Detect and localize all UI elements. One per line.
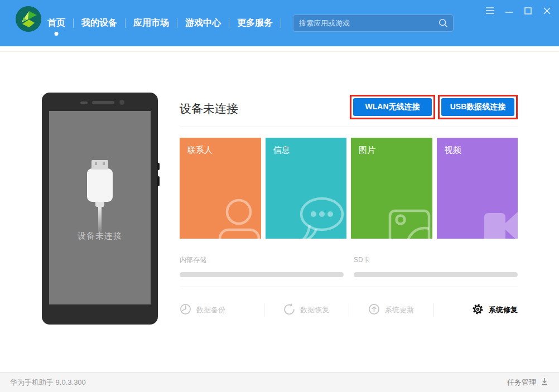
connect-buttons-row: WLAN无线连接 USB数据线连接 (350, 95, 518, 119)
window-controls (484, 6, 552, 16)
nav-item-home[interactable]: 首页 (47, 17, 73, 29)
download-icon (540, 377, 549, 388)
menu-icon[interactable] (484, 6, 495, 16)
videos-icon (471, 197, 518, 239)
action-label: 系统更新 (385, 305, 414, 315)
tile-label: 视频 (445, 145, 461, 156)
search-input[interactable] (293, 19, 438, 27)
sd-card-storage-bar (354, 272, 518, 277)
header-bar: 首页 我的设备 应用市场 游戏中心 更多服务 (0, 0, 559, 46)
tile-messages[interactable]: 信息 (266, 138, 347, 239)
page-title: 设备未连接 (180, 101, 238, 117)
status-bar: 华为手机助手 9.0.3.300 任务管理 (0, 372, 559, 392)
nav-item-label: 更多服务 (237, 18, 273, 27)
phone-screen: 设备未连接 (49, 111, 151, 304)
action-label: 系统修复 (489, 305, 518, 315)
tile-videos[interactable]: 视频 (437, 138, 518, 239)
tile-pictures[interactable]: 图片 (351, 138, 432, 239)
storage-label: SD卡 (354, 255, 518, 265)
category-tiles: 联系人 信息 图片 (180, 138, 518, 239)
quick-actions-row: 数据备份 数据恢复 系统更新 (180, 302, 518, 318)
nav-item-game-center[interactable]: 游戏中心 (177, 17, 229, 29)
phone-speaker (92, 101, 114, 104)
internal-storage: 内部存储 (180, 255, 344, 277)
hisuite-logo-icon[interactable] (16, 6, 41, 32)
nav-item-my-devices[interactable]: 我的设备 (74, 17, 125, 29)
action-label: 数据恢复 (300, 305, 329, 315)
sd-card-storage: SD卡 (354, 255, 518, 277)
nav-separator (281, 18, 281, 28)
usb-connect-button[interactable]: USB数据线连接 (441, 98, 514, 116)
task-manager-button[interactable]: 任务管理 (507, 377, 549, 388)
tile-label: 联系人 (187, 145, 213, 156)
active-tab-dot (55, 32, 59, 36)
nav-item-app-market[interactable]: 应用市场 (126, 17, 177, 29)
wlan-connect-button[interactable]: WLAN无线连接 (353, 98, 432, 116)
highlight-box: WLAN无线连接 (350, 95, 435, 119)
update-arrow-icon (368, 303, 380, 317)
phone-volume-button (157, 163, 160, 170)
phone-illustration: 设备未连接 (42, 93, 158, 325)
search-icon[interactable] (438, 18, 448, 28)
phone-front-camera (119, 100, 124, 105)
messages-icon (285, 190, 346, 239)
divider (180, 287, 518, 287)
action-label: 数据备份 (196, 305, 225, 315)
action-system-update[interactable]: 系统更新 (349, 303, 433, 317)
nav-item-label: 首页 (47, 18, 65, 27)
nav-item-more-services[interactable]: 更多服务 (229, 17, 281, 29)
repair-gear-icon (472, 303, 484, 317)
tile-label: 图片 (359, 145, 375, 156)
storage-section: 内部存储 SD卡 (180, 255, 518, 277)
nav-item-label: 应用市场 (133, 18, 169, 27)
app-version-text: 华为手机助手 9.0.3.300 (10, 378, 86, 388)
search-box (293, 14, 454, 32)
highlight-box: USB数据线连接 (438, 95, 518, 119)
tile-contacts[interactable]: 联系人 (180, 138, 261, 239)
nav-item-label: 我的设备 (81, 18, 117, 27)
task-manager-label: 任务管理 (507, 378, 536, 388)
minimize-icon[interactable] (503, 6, 514, 16)
maximize-icon[interactable] (522, 6, 533, 16)
action-data-backup[interactable]: 数据备份 (180, 303, 264, 317)
pictures-icon (388, 209, 431, 239)
storage-label: 内部存储 (180, 255, 344, 265)
phone-status-text: 设备未连接 (49, 231, 151, 241)
main-nav: 首页 我的设备 应用市场 游戏中心 更多服务 (47, 0, 281, 46)
action-data-restore[interactable]: 数据恢复 (264, 303, 349, 317)
phone-power-button (157, 176, 160, 186)
usb-cable-icon (49, 160, 151, 236)
internal-storage-bar (180, 272, 344, 277)
close-icon[interactable] (541, 6, 552, 16)
action-system-repair[interactable]: 系统修复 (433, 303, 518, 317)
nav-item-label: 游戏中心 (185, 18, 221, 27)
restore-arrow-icon (283, 303, 295, 317)
phone-sensor (80, 101, 88, 104)
backup-clock-icon (180, 303, 191, 317)
header-underline (0, 51, 559, 52)
divider (180, 127, 518, 127)
tile-label: 信息 (273, 145, 290, 156)
contacts-icon (203, 195, 261, 239)
